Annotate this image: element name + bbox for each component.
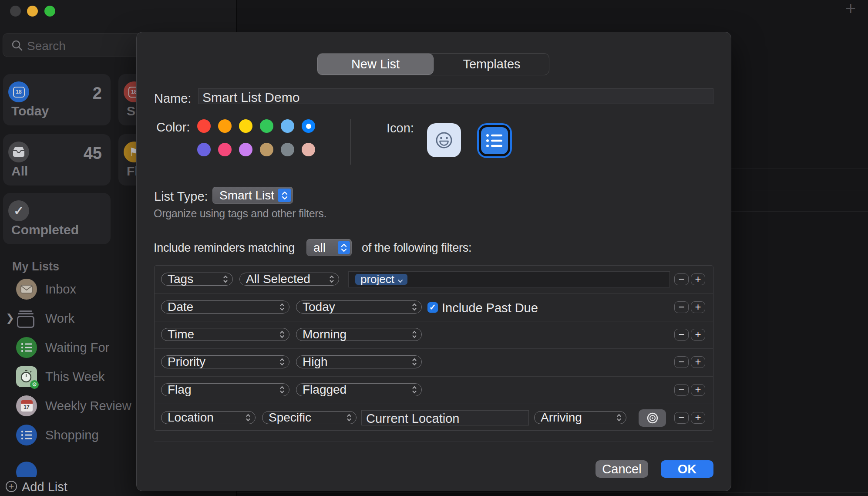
group-box-icon	[17, 310, 34, 328]
remove-filter-button[interactable]: −	[674, 412, 689, 424]
sidebar-card-today[interactable]: 18 2 Today	[3, 74, 111, 125]
add-filter-button[interactable]: +	[691, 301, 705, 313]
add-filter-button[interactable]: +	[691, 356, 705, 368]
remove-filter-button[interactable]: −	[674, 273, 689, 285]
color-swatch-lightblue[interactable]	[281, 119, 294, 133]
tab-new-list[interactable]: New List	[317, 54, 434, 75]
envelope-icon	[16, 279, 37, 300]
color-label: Color:	[156, 120, 190, 135]
list-bullet-icon-button-selected[interactable]	[477, 123, 512, 158]
filter-field-select[interactable]: Location	[161, 411, 256, 424]
color-swatch-yellow[interactable]	[239, 119, 252, 133]
list-type-caption: Organize using tags and other filters.	[154, 207, 326, 220]
chevron-down-icon	[397, 279, 403, 283]
tag-token[interactable]: project	[355, 274, 407, 285]
current-location-target-button[interactable]	[639, 409, 666, 427]
filter-operator-select[interactable]: All Selected	[239, 273, 339, 286]
sidebar-card-completed[interactable]: ✓ Completed	[3, 193, 111, 244]
checkmark-icon: ✓	[8, 200, 29, 221]
tray-icon	[8, 142, 29, 162]
filter-operator-select[interactable]: Today	[296, 300, 422, 314]
emoji-smiley-icon-button[interactable]	[427, 123, 461, 157]
remove-filter-button[interactable]: −	[674, 356, 689, 368]
match-suffix: of the following filters:	[362, 241, 471, 255]
sidebar-card-all[interactable]: 45 All	[3, 134, 111, 186]
filter-row-date: Date Today ✓ Include Past Due − +	[155, 294, 713, 321]
search-placeholder: Search	[27, 39, 66, 53]
filter-operator-select[interactable]: Morning	[296, 328, 422, 341]
add-filter-button[interactable]: +	[691, 384, 705, 396]
close-button[interactable]	[10, 6, 21, 17]
sidebar-item-work[interactable]: Work	[45, 308, 74, 329]
name-input[interactable]: Smart List Demo	[198, 88, 713, 104]
add-filter-button[interactable]: +	[691, 329, 705, 341]
filter-row-time: Time Morning − +	[155, 321, 713, 349]
add-filter-button[interactable]: +	[691, 412, 705, 424]
color-swatch-violet[interactable]	[239, 143, 252, 156]
arrival-select[interactable]: Arriving	[534, 411, 626, 424]
sidebar-item-inbox[interactable]: Inbox	[45, 279, 76, 300]
gear-badge-icon: ⚙	[30, 380, 39, 389]
color-swatch-tan[interactable]	[260, 143, 273, 156]
popup-chevrons-icon	[338, 241, 350, 254]
remove-filter-button[interactable]: −	[674, 384, 689, 396]
color-swatch-blue-selected[interactable]	[302, 119, 315, 133]
filters-table: Tags All Selected project − + Date	[154, 265, 713, 431]
color-swatch-orange[interactable]	[218, 119, 232, 133]
color-swatch-pink[interactable]	[218, 143, 232, 156]
add-list-button[interactable]: Add List	[22, 480, 67, 494]
filter-operator-select[interactable]: High	[296, 355, 422, 368]
remove-filter-button[interactable]: −	[674, 329, 689, 341]
sidebar-item-this-week[interactable]: This Week	[45, 366, 104, 387]
tag-token-field[interactable]: project	[348, 271, 670, 287]
remove-filter-button[interactable]: −	[674, 301, 689, 313]
reminders-app: Search 18 2 Today 45 All ✓ Completed 18 …	[0, 0, 868, 496]
list-type-select[interactable]: Smart List	[212, 187, 293, 204]
color-swatch-rose[interactable]	[302, 143, 315, 156]
add-reminder-icon[interactable]: +	[842, 0, 859, 17]
filter-field-select[interactable]: Flag	[161, 383, 289, 396]
tab-templates[interactable]: Templates	[434, 54, 550, 75]
list-type-label: List Type:	[154, 189, 208, 204]
list-bullet-icon	[16, 337, 37, 358]
filter-operator-select[interactable]: Specific	[262, 411, 357, 424]
filter-field-select[interactable]: Tags	[161, 273, 233, 286]
filter-field-select[interactable]: Priority	[161, 355, 289, 368]
ok-button[interactable]: OK	[661, 460, 713, 478]
dialog-tabs: New List Templates	[317, 53, 549, 75]
color-swatch-purple[interactable]	[197, 143, 211, 156]
chevron-right-icon[interactable]: ❯	[6, 312, 14, 324]
filter-row-tags: Tags All Selected project − +	[155, 266, 713, 293]
sidebar-item-shopping[interactable]: Shopping	[45, 425, 99, 445]
color-swatch-gray[interactable]	[281, 143, 294, 156]
name-label: Name:	[154, 91, 191, 106]
calendar-today-icon: 18	[8, 81, 29, 102]
cancel-button[interactable]: Cancel	[595, 460, 648, 478]
zoom-button[interactable]	[44, 6, 55, 17]
location-input[interactable]: Current Location	[361, 410, 529, 425]
add-list-plus-icon: +	[6, 481, 17, 492]
minimize-button[interactable]	[27, 6, 38, 17]
include-past-due-checkbox[interactable]: ✓	[427, 302, 438, 313]
color-swatch-red[interactable]	[197, 119, 211, 133]
filter-row-priority: Priority High − +	[155, 349, 713, 376]
filter-field-select[interactable]: Date	[161, 300, 289, 314]
color-swatch-green[interactable]	[260, 119, 273, 133]
popup-chevrons-icon	[278, 189, 291, 202]
filter-row-location: Location Specific Current Location Arriv…	[155, 404, 713, 431]
calendar-emoji-icon: 17	[16, 395, 37, 416]
sidebar-item-weekly-review[interactable]: Weekly Review	[45, 395, 131, 416]
stopwatch-smart-icon: ⚙	[16, 366, 37, 387]
my-lists-header: My Lists	[12, 260, 59, 273]
match-prefix: Include reminders matching	[154, 241, 295, 255]
sidebar-item-waiting-for[interactable]: Waiting For	[45, 337, 109, 358]
new-list-dialog: New List Templates Name: Smart List Demo…	[136, 32, 731, 491]
filter-operator-select[interactable]: Flagged	[296, 383, 422, 396]
icon-label: Icon:	[387, 121, 414, 135]
filter-row-flag: Flag Flagged − +	[155, 377, 713, 404]
target-icon	[646, 412, 659, 425]
match-select[interactable]: all	[306, 239, 352, 256]
add-filter-button[interactable]: +	[691, 273, 705, 285]
filter-field-select[interactable]: Time	[161, 328, 289, 341]
search-icon	[11, 39, 24, 52]
